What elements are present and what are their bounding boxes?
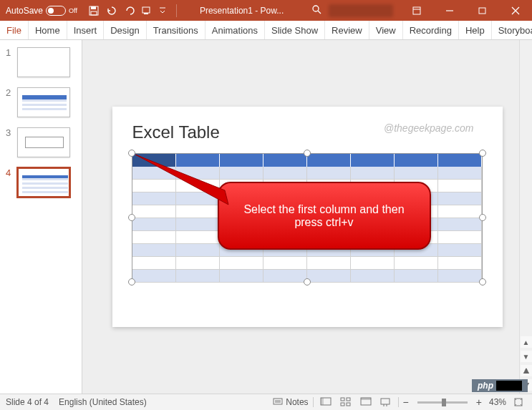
vertical-scrollbar[interactable]: ▲ ▼ ⯅ ⯆	[519, 40, 532, 394]
selection-handle-ne[interactable]	[479, 150, 486, 157]
tab-slideshow[interactable]: Slide Show	[265, 21, 325, 39]
svg-rect-15	[274, 399, 282, 404]
svg-rect-1	[91, 6, 96, 9]
svg-rect-21	[347, 398, 350, 401]
svg-point-6	[313, 6, 319, 11]
redo-icon[interactable]	[125, 6, 135, 16]
slideshow-view-button[interactable]	[378, 396, 394, 409]
tab-animations[interactable]: Animations	[205, 21, 265, 39]
ribbon-tabs: File Home Insert Design Transitions Anim…	[0, 21, 532, 40]
selection-handle-sw[interactable]	[128, 278, 135, 285]
close-button[interactable]	[499, 0, 532, 21]
selection-handle-n[interactable]	[304, 150, 311, 157]
qat-separator	[176, 4, 177, 17]
thumbnail-number: 3	[6, 127, 13, 138]
slide-thumbnail-panel[interactable]: 1 2 3 4	[0, 40, 82, 394]
selection-handle-se[interactable]	[479, 278, 486, 285]
thumbnail-slide-3[interactable]	[17, 127, 70, 157]
slide-indicator[interactable]: Slide 4 of 4	[6, 397, 49, 407]
svg-rect-23	[347, 403, 350, 406]
slide-title[interactable]: Excel Table	[132, 122, 220, 142]
normal-view-button[interactable]	[318, 396, 334, 409]
autosave-switch[interactable]	[46, 6, 66, 16]
svg-rect-2	[91, 11, 97, 15]
selection-handle-w[interactable]	[128, 214, 135, 221]
svg-rect-4	[144, 13, 148, 14]
from-beginning-icon[interactable]	[142, 6, 152, 16]
minimize-button[interactable]	[433, 0, 466, 21]
svg-rect-3	[142, 7, 150, 13]
thumbnail-row-4[interactable]: 4	[6, 167, 76, 197]
svg-rect-8	[413, 7, 420, 14]
current-slide[interactable]: Excel Table @thegeekpage.com	[112, 107, 503, 327]
slide-sorter-view-button[interactable]	[338, 396, 354, 409]
maximize-button[interactable]	[466, 0, 499, 21]
svg-marker-14	[135, 155, 228, 205]
callout-arrow-icon	[135, 155, 250, 219]
svg-rect-11	[479, 8, 485, 14]
zoom-out-button[interactable]: −	[403, 396, 409, 408]
title-bar: AutoSave Off Presentation1 - Pow...	[0, 0, 532, 21]
quick-access-toolbar	[83, 4, 185, 17]
autosave-state: Off	[69, 7, 77, 14]
badge-extra	[496, 381, 522, 391]
thumbnail-number: 1	[6, 47, 13, 58]
tab-help[interactable]: Help	[459, 21, 492, 39]
account-area[interactable]	[329, 4, 393, 17]
notes-label: Notes	[286, 397, 308, 407]
callout-shape[interactable]: Select the first column and then press c…	[218, 182, 431, 250]
tab-file[interactable]: File	[0, 21, 29, 39]
qat-more-icon[interactable]	[159, 6, 166, 16]
notes-icon	[273, 398, 283, 406]
status-bar: Slide 4 of 4 English (United States) Not…	[0, 394, 532, 410]
tab-design[interactable]: Design	[104, 21, 146, 39]
autosave-toggle[interactable]: AutoSave Off	[0, 6, 83, 16]
watermark-text: @thegeekpage.com	[384, 122, 474, 134]
main-area: 1 2 3 4 Excel Table @thegeekpage.com	[0, 40, 532, 394]
status-divider	[313, 397, 314, 407]
ribbon-display-options-icon[interactable]	[400, 0, 433, 21]
window-title: Presentation1 - Pow...	[185, 6, 304, 16]
status-divider	[398, 397, 399, 407]
thumbnail-number: 2	[6, 87, 13, 98]
thumbnail-row-2[interactable]: 2	[6, 87, 76, 117]
save-icon[interactable]	[89, 6, 99, 16]
undo-icon[interactable]	[106, 6, 117, 16]
thumbnail-row-1[interactable]: 1	[6, 47, 76, 77]
tab-insert[interactable]: Insert	[67, 21, 105, 39]
zoom-in-button[interactable]: +	[476, 396, 482, 408]
fit-to-window-button[interactable]	[511, 396, 526, 409]
thumbnail-row-3[interactable]: 3	[6, 127, 76, 157]
autosave-label: AutoSave	[6, 6, 43, 16]
svg-rect-25	[361, 398, 371, 400]
tab-transitions[interactable]: Transitions	[147, 21, 205, 39]
svg-rect-26	[381, 399, 390, 404]
selection-handle-e[interactable]	[479, 214, 486, 221]
switch-knob	[48, 8, 54, 14]
slide-editor[interactable]: Excel Table @thegeekpage.com	[82, 40, 532, 394]
tab-recording[interactable]: Recording	[403, 21, 459, 39]
zoom-slider[interactable]	[417, 401, 468, 404]
svg-rect-22	[341, 403, 344, 406]
window-controls	[400, 0, 532, 21]
scroll-up-icon[interactable]: ▲	[521, 336, 532, 348]
svg-rect-20	[341, 398, 344, 401]
language-indicator[interactable]: English (United States)	[59, 397, 147, 407]
tab-view[interactable]: View	[369, 21, 403, 39]
prev-slide-icon[interactable]: ⯅	[521, 365, 532, 376]
thumbnail-slide-2[interactable]	[17, 87, 70, 117]
search-icon[interactable]	[304, 4, 329, 16]
tab-storyboarding[interactable]: Storyboardin	[492, 21, 532, 39]
zoom-value[interactable]: 43%	[489, 397, 506, 407]
php-badge-text: php	[478, 381, 493, 391]
reading-view-button[interactable]	[358, 396, 374, 409]
notes-button[interactable]: Notes	[273, 397, 308, 407]
svg-rect-19	[321, 398, 324, 405]
selection-handle-s[interactable]	[304, 278, 311, 285]
tab-home[interactable]: Home	[29, 21, 67, 39]
thumbnail-slide-4[interactable]	[17, 167, 70, 197]
selection-handle-nw[interactable]	[128, 150, 135, 157]
tab-review[interactable]: Review	[325, 21, 369, 39]
thumbnail-slide-1[interactable]	[17, 47, 70, 77]
scroll-down-icon[interactable]: ▼	[521, 351, 532, 362]
